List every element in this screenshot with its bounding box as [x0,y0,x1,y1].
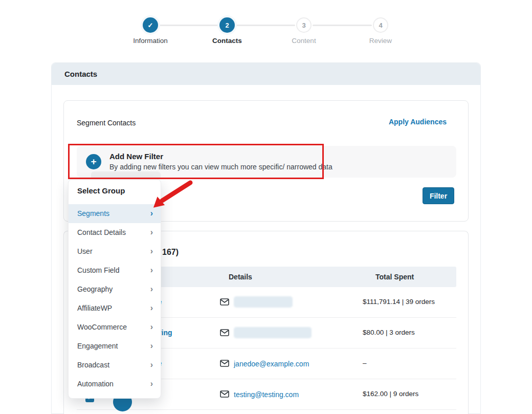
group-item-label: Segments [77,209,109,217]
group-item-label: Automation [77,380,114,388]
column-header-details: Details [229,273,252,281]
filter-button[interactable]: Filter [423,187,454,204]
group-item-contact-details[interactable]: Contact Details › [69,223,161,242]
panel-header: Contacts [52,63,480,85]
total-spent-value: – [363,359,367,367]
group-item-affiliatewp[interactable]: AffiliateWP › [69,299,161,318]
group-item-label: Engagement [77,342,118,350]
group-item-segments[interactable]: Segments › [69,204,161,223]
group-item-custom-field[interactable]: Custom Field › [69,261,161,280]
chevron-right-icon: › [150,209,153,218]
column-header-total-spent: Total Spent [375,273,414,281]
redacted-email [234,327,312,338]
step-contacts[interactable]: 2 Contacts [189,10,265,45]
group-item-user[interactable]: User › [69,242,161,261]
contacts-count-fragment: 167) [162,248,179,257]
email-icon [220,329,229,336]
step-label: Review [342,37,419,45]
chevron-right-icon: › [150,266,153,275]
total-spent-value: $111,791.14 | 39 orders [363,298,435,306]
apply-audiences-link[interactable]: Apply Audiences [389,118,447,126]
panel-title: Contacts [52,70,97,78]
step-label: Content [265,37,342,45]
step-number: 4 [373,17,388,33]
add-new-filter-title: Add New Filter [109,152,163,161]
group-item-label: Contact Details [77,228,126,236]
step-information[interactable]: ✓ Information [112,10,189,45]
select-group-trigger[interactable] [91,171,161,179]
chevron-right-icon: › [150,247,153,256]
email-icon [220,390,229,398]
check-icon: ✓ [143,17,158,33]
step-number: 3 [296,17,312,33]
email-icon [220,298,229,306]
group-item-woocommerce[interactable]: WooCommerce › [69,318,161,337]
plus-icon: + [86,154,101,169]
segment-contacts-label: Segment Contacts [77,119,136,127]
group-item-broadcast[interactable]: Broadcast › [69,356,161,375]
contact-email-link[interactable]: testing@testing.com [234,390,299,399]
step-label: Information [112,37,189,45]
group-item-label: AffiliateWP [77,304,112,312]
chevron-right-icon: › [150,285,153,294]
group-item-geography[interactable]: Geography › [69,280,161,299]
group-item-label: Custom Field [77,266,119,274]
wizard-stepper: ✓ Information 2 Contacts 3 Content 4 Rev… [112,10,419,46]
chevron-right-icon: › [150,360,153,369]
dropdown-header: Select Group [77,186,125,195]
select-group-dropdown: Select Group Segments › Contact Details … [68,179,161,399]
contact-email-link[interactable]: janedoe@example.com [234,360,309,368]
chevron-right-icon: › [150,379,153,388]
total-spent-value: $80.00 | 3 orders [363,329,415,336]
group-item-label: User [77,247,93,255]
group-item-engagement[interactable]: Engagement › [69,337,161,356]
step-content[interactable]: 3 Content [265,10,342,45]
group-item-label: Geography [77,285,113,293]
step-label: Contacts [189,37,265,45]
chevron-right-icon: › [150,341,153,351]
email-icon [220,360,229,367]
add-new-filter-subtitle: By adding new filters you can view much … [109,163,332,171]
group-item-label: Broadcast [77,361,109,369]
group-item-label: WooCommerce [77,323,127,331]
step-review[interactable]: 4 Review [342,10,419,45]
redacted-email [234,296,293,308]
step-number: 2 [219,17,235,33]
chevron-right-icon: › [150,322,153,332]
chevron-right-icon: › [150,228,153,237]
group-item-automation[interactable]: Automation › [69,375,161,394]
total-spent-value: $162.00 | 9 orders [363,390,418,398]
chevron-right-icon: › [150,303,153,313]
